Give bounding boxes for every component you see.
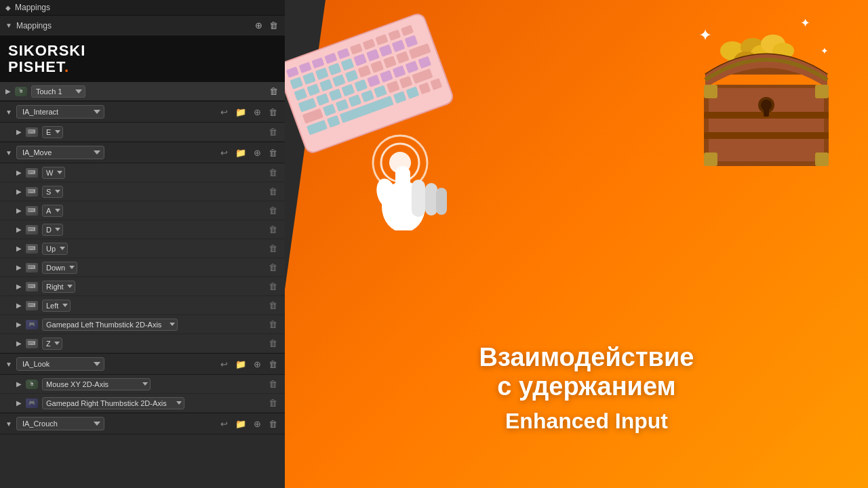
ia-look-delete-btn[interactable]: 🗑 xyxy=(267,359,279,370)
key-mouse-xy-select[interactable]: Mouse XY 2D-Axis xyxy=(42,378,151,390)
section-arrow[interactable]: ▶ xyxy=(5,87,11,95)
right-panel: ✦ ✦ ✦ xyxy=(285,0,868,488)
row-delete-button[interactable]: 🗑 xyxy=(267,186,279,197)
right-content: ✦ ✦ ✦ xyxy=(285,0,868,488)
ia-move-folder-btn[interactable]: 📁 xyxy=(233,147,248,159)
ia-interact-arrow[interactable]: ▼ xyxy=(5,108,12,116)
key-up-select[interactable]: Up xyxy=(42,243,68,255)
row-delete-button[interactable]: 🗑 xyxy=(267,397,279,409)
row-delete-button[interactable]: 🗑 xyxy=(267,224,279,235)
mappings-delete-button[interactable]: 🗑 xyxy=(268,19,279,32)
keyboard-icon: ⌨ xyxy=(26,339,38,348)
row-delete-button[interactable]: 🗑 xyxy=(267,205,279,216)
ia-look-select[interactable]: IA_Look xyxy=(16,357,104,371)
key-e-select[interactable]: E xyxy=(42,126,63,138)
row-arrow[interactable]: ▶ xyxy=(16,169,22,176)
mappings-header-left: ▼ Mappings xyxy=(5,21,52,30)
ia-move-delete-btn[interactable]: 🗑 xyxy=(267,147,279,159)
ia-look-back-btn[interactable]: ↩ xyxy=(218,359,230,370)
svg-rect-84 xyxy=(815,85,829,98)
mappings-expand-arrow[interactable]: ▼ xyxy=(5,22,12,29)
keyboard-icon: ⌨ xyxy=(26,263,38,272)
row-delete-button[interactable]: 🗑 xyxy=(267,378,279,390)
ia-move-select[interactable]: IA_Move xyxy=(16,146,104,159)
gamepad-icon: 🎮 xyxy=(26,399,38,408)
row-arrow[interactable]: ▶ xyxy=(16,380,22,388)
row-delete-button[interactable]: 🗑 xyxy=(267,167,279,178)
ia-move-header: ▼ IA_Move ↩ 📁 ⊕ 🗑 xyxy=(0,142,285,163)
russian-text-line2: с удержанием xyxy=(319,372,854,402)
ia-move-up-row: ▶ ⌨ Up 🗑 xyxy=(0,239,285,258)
ia-crouch-add-btn[interactable]: ⊕ xyxy=(252,418,263,430)
ia-crouch-delete-btn[interactable]: 🗑 xyxy=(267,418,279,430)
ia-interact-folder-btn[interactable]: 📁 xyxy=(233,106,248,118)
row-arrow[interactable]: ▶ xyxy=(16,245,22,252)
content-area: ▶ 🖱 Touch 1 🗑 ▼ IA_Interact ↩ 📁 ⊕ 🗑 ▶ xyxy=(0,82,285,488)
ia-interact-select[interactable]: IA_Interact xyxy=(16,105,104,119)
row-arrow[interactable]: ▶ xyxy=(16,188,22,195)
row-arrow[interactable]: ▶ xyxy=(16,321,22,328)
ia-crouch-back-btn[interactable]: ↩ xyxy=(218,418,230,430)
logo-line2: PISHET xyxy=(8,58,64,75)
svg-rect-82 xyxy=(764,108,769,117)
ia-crouch-actions: ↩ 📁 ⊕ 🗑 xyxy=(218,418,279,430)
key-gamepad-right-select[interactable]: Gamepad Right Thumbstick 2D-Axis xyxy=(42,397,184,409)
row-delete-button[interactable]: 🗑 xyxy=(267,281,279,292)
key-w-select[interactable]: W xyxy=(42,167,65,179)
key-left-select[interactable]: Left xyxy=(42,300,71,312)
ia-move-back-btn[interactable]: ↩ xyxy=(218,147,230,159)
touch1-select[interactable]: Touch 1 xyxy=(31,85,85,98)
ia-look-arrow[interactable]: ▼ xyxy=(5,361,12,368)
ia-interact-back-btn[interactable]: ↩ xyxy=(218,106,230,118)
row-arrow[interactable]: ▶ xyxy=(16,340,22,347)
ia-look-header: ▼ IA_Look ↩ 📁 ⊕ 🗑 xyxy=(0,353,285,375)
row-delete-button[interactable]: 🗑 xyxy=(267,338,279,349)
row-arrow[interactable]: ▶ xyxy=(16,207,22,214)
mappings-label: Mappings xyxy=(16,21,52,30)
keyboard-hand-illustration xyxy=(285,14,481,230)
section-delete-button[interactable]: 🗑 xyxy=(268,85,279,98)
key-right-select[interactable]: Right xyxy=(42,281,75,293)
ia-interact-add-btn[interactable]: ⊕ xyxy=(252,106,263,118)
row-delete-button[interactable]: 🗑 xyxy=(267,319,279,330)
row-arrow[interactable]: ▶ xyxy=(16,128,22,136)
ia-interact-delete-btn[interactable]: 🗑 xyxy=(267,106,279,118)
row-arrow[interactable]: ▶ xyxy=(16,283,22,290)
row-delete-button[interactable]: 🗑 xyxy=(267,243,279,254)
key-s-select[interactable]: S xyxy=(42,186,63,198)
row-delete-button[interactable]: 🗑 xyxy=(267,126,279,138)
russian-text-line1: Взаимодействие xyxy=(319,343,854,373)
row-arrow[interactable]: ▶ xyxy=(16,226,22,233)
ia-look-add-btn[interactable]: ⊕ xyxy=(252,359,263,370)
svg-text:✦: ✦ xyxy=(821,45,829,56)
mappings-add-button[interactable]: ⊕ xyxy=(254,19,264,32)
row-arrow[interactable]: ▶ xyxy=(16,302,22,309)
svg-rect-64 xyxy=(436,188,447,215)
key-z-select[interactable]: Z xyxy=(42,338,62,350)
row-arrow[interactable]: ▶ xyxy=(16,264,22,271)
key-down-select[interactable]: Down xyxy=(42,262,77,274)
mappings-header: ▼ Mappings ⊕ 🗑 xyxy=(0,16,285,36)
row-delete-button[interactable]: 🗑 xyxy=(267,300,279,311)
ia-move-a-row: ▶ ⌨ A 🗑 xyxy=(0,201,285,220)
chest-illustration: ✦ ✦ ✦ xyxy=(678,7,854,183)
ia-move-gamepad-row: ▶ 🎮 Gamepad Left Thumbstick 2D-Axis 🗑 xyxy=(0,315,285,334)
key-gamepad-left-select[interactable]: Gamepad Left Thumbstick 2D-Axis xyxy=(42,319,178,331)
ia-crouch-folder-btn[interactable]: 📁 xyxy=(233,418,248,430)
ia-move-arrow[interactable]: ▼ xyxy=(5,149,12,157)
ia-crouch-select[interactable]: IA_Crouch xyxy=(16,417,104,430)
row-arrow[interactable]: ▶ xyxy=(16,399,22,407)
svg-rect-86 xyxy=(815,152,829,166)
key-d-select[interactable]: D xyxy=(42,224,63,236)
ia-move-z-row: ▶ ⌨ Z 🗑 xyxy=(0,334,285,353)
row-delete-button[interactable]: 🗑 xyxy=(267,262,279,273)
gamepad-icon: 🎮 xyxy=(26,320,38,329)
logo-bar: SIKORSKI PISHET. xyxy=(0,36,285,82)
keyboard-icon: ⌨ xyxy=(26,127,38,137)
ia-crouch-arrow[interactable]: ▼ xyxy=(5,420,12,428)
section-row: ▶ 🖱 Touch 1 🗑 xyxy=(0,82,285,101)
ia-move-add-btn[interactable]: ⊕ xyxy=(252,147,263,159)
key-a-select[interactable]: A xyxy=(42,205,63,217)
svg-rect-79 xyxy=(704,132,829,139)
ia-look-folder-btn[interactable]: 📁 xyxy=(233,359,248,370)
